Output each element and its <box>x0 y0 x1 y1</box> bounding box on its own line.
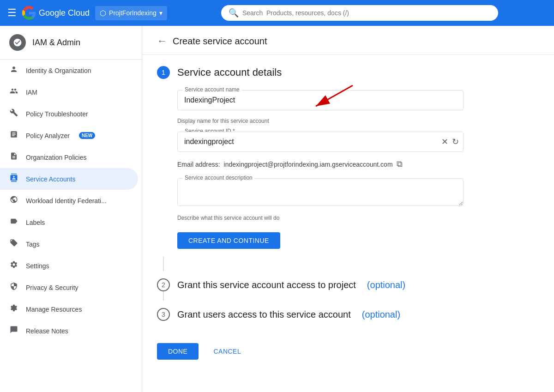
refresh-icon[interactable]: ↻ <box>452 137 459 147</box>
sidebar-item-iam[interactable]: IAM <box>0 81 138 103</box>
manage-resources-icon <box>9 304 18 314</box>
sidebar-item-label-service-accounts: Service Accounts <box>26 175 75 183</box>
service-accounts-icon <box>9 174 18 184</box>
service-account-id-input[interactable] <box>177 132 464 152</box>
sidebar-item-label-privacy-security: Privacy & Security <box>26 284 78 291</box>
new-badge: NEW <box>79 132 95 139</box>
step-1-title: Service account details <box>177 66 282 78</box>
sidebar-item-label-workload-identity: Workload Identity Federati... <box>26 197 107 205</box>
logo-text: Google Cloud <box>39 8 90 18</box>
sidebar-title: IAM & Admin <box>32 38 80 48</box>
copy-icon[interactable]: ⧉ <box>397 159 403 169</box>
main-content: ← Create service account 1 Service accou… <box>142 26 554 392</box>
done-cancel-row: DONE CANCEL <box>157 336 539 360</box>
sidebar-item-label-manage-resources: Manage Resources <box>26 306 82 313</box>
service-account-name-field: Service account name <box>177 90 464 110</box>
sidebar-items: Identity & OrganizationIAMPolicy Trouble… <box>0 60 142 342</box>
service-account-name-hint: Display name for this service account <box>177 118 539 124</box>
sidebar-item-workload-identity[interactable]: Workload Identity Federati... <box>0 190 138 211</box>
step-3-title: Grant users access to this service accou… <box>177 309 351 320</box>
sidebar-item-label-org-policies: Organization Policies <box>26 154 87 161</box>
sidebar-item-label-tags: Tags <box>26 241 40 248</box>
step-1-header: 1 Service account details <box>157 66 539 79</box>
project-name: ProjtForIndexing <box>109 9 157 17</box>
settings-icon <box>9 260 18 271</box>
email-row: Email address: indexingproject@projtfori… <box>177 159 539 169</box>
google-cloud-logo: Google Cloud <box>22 6 90 20</box>
step-2-title: Grant this service account access to pro… <box>177 280 356 290</box>
email-value: indexingproject@projtforindexing.iam.gse… <box>224 161 393 168</box>
sidebar-item-label-labels: Labels <box>26 219 45 226</box>
step-2-header: 2 Grant this service account access to p… <box>157 278 539 291</box>
sidebar-item-manage-resources[interactable]: Manage Resources <box>0 298 138 320</box>
sidebar-header: IAM & Admin <box>0 26 142 60</box>
iam-admin-icon <box>9 34 26 51</box>
sidebar-item-identity-org[interactable]: Identity & Organization <box>0 60 138 81</box>
sidebar-item-label-policy-troubleshooter: Policy Troubleshooter <box>26 110 88 118</box>
clear-icon[interactable]: ✕ <box>441 137 448 147</box>
org-policies-icon <box>9 152 18 163</box>
chevron-down-icon: ▾ <box>159 9 163 17</box>
iam-icon <box>9 87 18 97</box>
sidebar-item-tags[interactable]: Tags <box>0 233 138 255</box>
sidebar-item-settings[interactable]: Settings <box>0 255 138 277</box>
service-account-id-wrapper: ✕ ↻ <box>177 132 464 152</box>
sidebar-item-label-settings: Settings <box>26 262 49 270</box>
project-icon: ⬡ <box>100 9 106 18</box>
cancel-button[interactable]: CANCEL <box>210 343 245 360</box>
content-header: ← Create service account <box>142 26 554 55</box>
step-3-section: 3 Grant users access to this service acc… <box>157 308 539 321</box>
identity-org-icon <box>9 65 18 76</box>
step-3-optional: (optional) <box>362 309 400 320</box>
menu-icon[interactable]: ☰ <box>7 7 17 19</box>
search-input[interactable] <box>242 9 491 17</box>
sidebar-item-privacy-security[interactable]: Privacy & Security <box>0 277 138 298</box>
release-notes-icon <box>9 326 18 336</box>
sidebar-item-policy-analyzer[interactable]: Policy AnalyzerNEW <box>0 125 138 146</box>
description-label: Service account description <box>183 175 254 181</box>
email-label: Email address: <box>177 161 220 168</box>
sidebar-item-label-iam: IAM <box>26 89 37 96</box>
content-body: 1 Service account details Service accoun… <box>142 55 554 371</box>
page-title: Create service account <box>173 36 267 47</box>
step-2-number: 2 <box>157 278 170 291</box>
project-selector[interactable]: ⬡ ProjtForIndexing ▾ <box>95 6 167 20</box>
service-account-name-input[interactable] <box>177 90 464 110</box>
sidebar-item-org-policies[interactable]: Organization Policies <box>0 146 138 168</box>
id-field-actions: ✕ ↻ <box>441 137 459 147</box>
search-bar: 🔍 <box>221 5 498 21</box>
service-account-name-label: Service account name <box>183 86 241 93</box>
workload-identity-icon <box>9 195 18 206</box>
step-1-content: Service account name Display <box>177 90 539 249</box>
sidebar-item-release-notes[interactable]: Release Notes <box>0 320 138 342</box>
policy-troubleshooter-icon <box>9 109 18 119</box>
sidebar-item-label-release-notes: Release Notes <box>26 327 68 335</box>
labels-icon <box>9 217 18 228</box>
step-3-number: 3 <box>157 308 170 321</box>
step-1-number: 1 <box>157 66 170 79</box>
search-icon: 🔍 <box>229 8 239 18</box>
sidebar-item-service-accounts[interactable]: Service Accounts <box>0 168 138 190</box>
sidebar-item-label-policy-analyzer: Policy Analyzer <box>26 132 70 139</box>
step-3-header: 3 Grant users access to this service acc… <box>157 308 539 321</box>
back-button[interactable]: ← <box>157 35 167 47</box>
step-2-optional: (optional) <box>367 280 405 290</box>
policy-analyzer-icon <box>9 130 18 141</box>
sidebar: IAM & Admin Identity & OrganizationIAMPo… <box>0 26 142 392</box>
sidebar-item-policy-troubleshooter[interactable]: Policy Troubleshooter <box>0 103 138 125</box>
tags-icon <box>9 239 18 249</box>
service-account-id-field: Service account ID * ✕ ↻ <box>177 132 539 152</box>
description-input[interactable] <box>177 178 464 206</box>
step-2-section: 2 Grant this service account access to p… <box>157 278 539 291</box>
top-navigation: ☰ Google Cloud ⬡ ProjtForIndexing ▾ 🔍 <box>0 0 554 26</box>
sidebar-item-labels[interactable]: Labels <box>0 211 138 233</box>
sidebar-item-label-identity-org: Identity & Organization <box>26 67 91 74</box>
description-field: Service account description <box>177 178 539 207</box>
privacy-security-icon <box>9 282 18 293</box>
step-1-section: 1 Service account details Service accoun… <box>157 66 539 249</box>
done-button[interactable]: DONE <box>157 343 199 360</box>
create-and-continue-button[interactable]: CREATE AND CONTINUE <box>177 232 280 249</box>
description-hint: Describe what this service account will … <box>177 215 539 221</box>
